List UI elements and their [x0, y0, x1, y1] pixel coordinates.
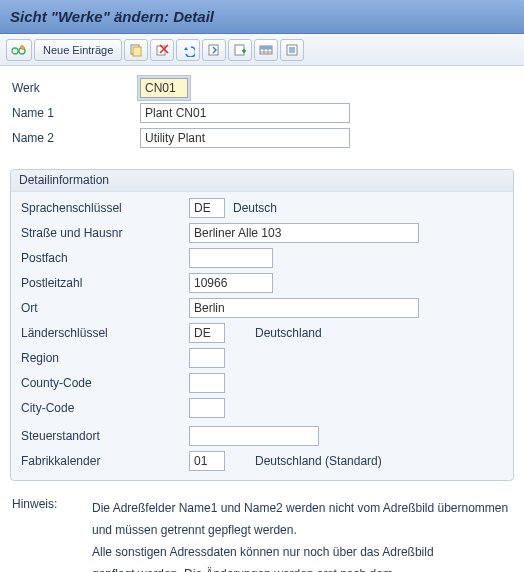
delete-icon [155, 43, 169, 57]
cal-text: Deutschland (Standard) [255, 454, 382, 468]
svg-rect-8 [260, 46, 272, 49]
county-input[interactable] [189, 373, 225, 393]
copy-icon [129, 43, 143, 57]
zip-label: Postleitzahl [19, 276, 189, 290]
tax-label: Steuerstandort [19, 429, 189, 443]
new-entries-button[interactable]: Neue Einträge [34, 39, 122, 61]
delete-button[interactable] [150, 39, 174, 61]
tax-input[interactable] [189, 426, 319, 446]
citycode-input[interactable] [189, 398, 225, 418]
table-icon [259, 43, 273, 57]
street-label: Straße und Hausnr [19, 226, 189, 240]
hint-text: Die Adreßfelder Name1 und Name2 werden n… [92, 497, 512, 572]
name1-label: Name 1 [10, 106, 140, 120]
svg-rect-6 [235, 45, 244, 55]
toolbar: Neue Einträge [0, 34, 524, 66]
hint-area: Hinweis: Die Adreßfelder Name1 und Name2… [0, 489, 524, 572]
table-view-button[interactable] [254, 39, 278, 61]
header-form: Werk Name 1 Name 2 [0, 66, 524, 155]
hint-line: und müssen getrennt gepflegt werden. [92, 519, 512, 541]
cal-input[interactable] [189, 451, 225, 471]
svg-rect-3 [133, 47, 141, 56]
form-view-button[interactable] [280, 39, 304, 61]
glasses-pencil-icon [11, 43, 27, 57]
detail-group: Detailinformation Sprachenschlüssel Deut… [10, 169, 514, 481]
region-label: Region [19, 351, 189, 365]
sheet-plus-icon [233, 43, 247, 57]
detail-group-title: Detailinformation [11, 170, 513, 192]
page-title: Sicht "Werke" ändern: Detail [10, 8, 214, 25]
name1-input[interactable] [140, 103, 350, 123]
city-label: Ort [19, 301, 189, 315]
title-bar: Sicht "Werke" ändern: Detail [0, 0, 524, 34]
svg-point-0 [12, 48, 18, 54]
lang-input[interactable] [189, 198, 225, 218]
hint-line: Alle sonstigen Adressdaten können nur no… [92, 541, 512, 563]
toggle-display-change-button[interactable] [6, 39, 32, 61]
hint-line: Die Adreßfelder Name1 und Name2 werden n… [92, 497, 512, 519]
name2-input[interactable] [140, 128, 350, 148]
pobox-label: Postfach [19, 251, 189, 265]
lang-label: Sprachenschlüssel [19, 201, 189, 215]
sheet-arrow-icon [207, 43, 221, 57]
country-input[interactable] [189, 323, 225, 343]
undo-button[interactable] [176, 39, 200, 61]
werk-input[interactable] [140, 78, 188, 98]
hint-line: gepflegt werden. Die Änderungen werden e… [92, 563, 512, 572]
cal-label: Fabrikkalender [19, 454, 189, 468]
region-input[interactable] [189, 348, 225, 368]
print-button[interactable] [228, 39, 252, 61]
name2-label: Name 2 [10, 131, 140, 145]
country-text: Deutschland [255, 326, 322, 340]
country-label: Länderschlüssel [19, 326, 189, 340]
lang-text: Deutsch [233, 201, 277, 215]
zip-input[interactable] [189, 273, 273, 293]
other-entry-button[interactable] [202, 39, 226, 61]
street-input[interactable] [189, 223, 419, 243]
werk-label: Werk [10, 81, 140, 95]
svg-rect-4 [157, 46, 165, 55]
city-input[interactable] [189, 298, 419, 318]
hint-label: Hinweis: [12, 497, 76, 572]
pobox-input[interactable] [189, 248, 273, 268]
county-label: County-Code [19, 376, 189, 390]
copy-button[interactable] [124, 39, 148, 61]
undo-icon [181, 43, 195, 57]
new-entries-label: Neue Einträge [43, 44, 113, 56]
citycode-label: City-Code [19, 401, 189, 415]
form-icon [285, 43, 299, 57]
